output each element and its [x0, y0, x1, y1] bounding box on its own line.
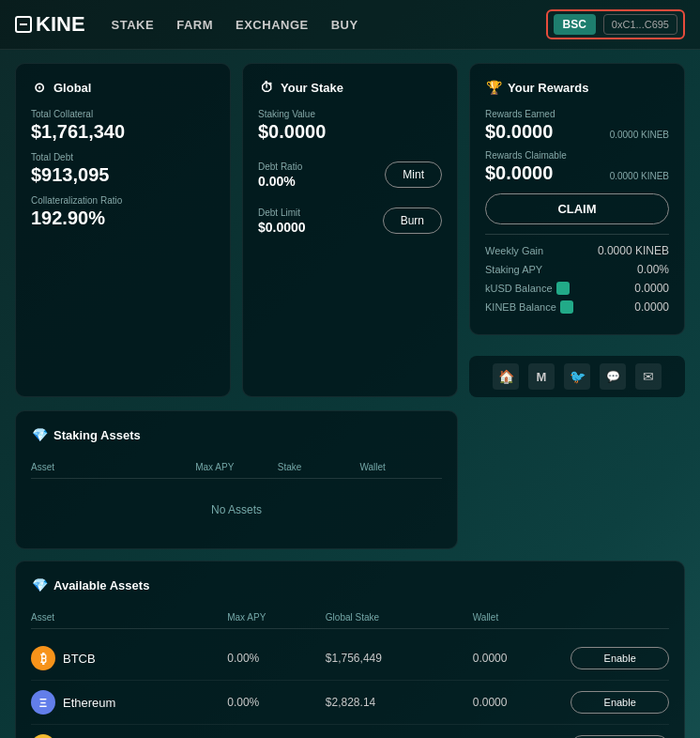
asset-apy: 0.00%	[227, 652, 326, 665]
staking-value-label: Staking Value	[258, 109, 326, 119]
debt-ratio-value: 0.00%	[258, 174, 302, 189]
rewards-title: 🏆 Your Rewards	[485, 79, 669, 96]
nav-farm[interactable]: FARM	[176, 18, 213, 32]
total-collateral-label: Total Collateral	[31, 109, 215, 119]
top-cards: ⊙ Global Total Collateral $1,761,340 Tot…	[0, 50, 700, 410]
rewards-claimable-kineb: 0.0000 KINEB	[610, 171, 669, 181]
asset-label: Ethereum	[63, 696, 115, 710]
available-assets-title: 💎 Available Assets	[31, 577, 669, 593]
kusd-balance-row: kUSD Balance 0.0000	[485, 282, 669, 295]
asset-rows-container: ₿ BTCB 0.00% $1,756,449 0.0000 Enable Ξ …	[31, 637, 669, 738]
debt-limit-value: $0.0000	[258, 220, 306, 235]
asset-name: B Binance Coin	[31, 734, 227, 738]
asset-wallet: 0.0000	[473, 696, 571, 709]
total-collateral-value: $1,761,340	[31, 121, 215, 143]
header: KINE STAKE FARM EXCHANGE BUY BSC 0xC1...…	[0, 0, 700, 50]
asset-apy: 0.00%	[227, 696, 326, 709]
rewards-claimable-label: Rewards Claimable	[485, 150, 669, 161]
available-assets-icon: 💎	[31, 577, 48, 593]
social-bar: 🏠 M 🐦 💬 ✉	[469, 356, 685, 397]
your-rewards-card: 🏆 Your Rewards Rewards Earned $0.0000 0.…	[469, 63, 685, 335]
no-assets-message: No Assets	[31, 486, 442, 533]
global-icon: ⊙	[31, 79, 48, 96]
staking-assets-icon: 💎	[31, 426, 48, 443]
claim-button[interactable]: CLAIM	[485, 193, 669, 224]
staking-value: $0.0000	[258, 121, 326, 143]
asset-row: B Binance Coin 0.00% $1,649.78 0.0066 En…	[31, 725, 669, 738]
asset-wallet: 0.0000	[473, 652, 571, 665]
nav-exchange[interactable]: EXCHANGE	[236, 18, 309, 32]
collateral-ratio-value: 192.90%	[31, 208, 215, 229]
discord-icon[interactable]: 💬	[600, 363, 626, 390]
network-wallet-area: BSC 0xC1...C695	[546, 9, 686, 39]
enable-button[interactable]: Enable	[571, 647, 669, 669]
available-assets-card: 💎 Available Assets Asset Max APY Global …	[15, 561, 685, 738]
kineb-icon	[560, 300, 573, 314]
enable-button[interactable]: Enable	[571, 691, 669, 714]
staking-apy-row: Staking APY 0.00%	[485, 263, 669, 276]
staking-assets-card: 💎 Staking Assets Asset Max APY Stake Wal…	[15, 410, 458, 549]
total-debt-value: $913,095	[31, 164, 215, 186]
medium-icon[interactable]: M	[528, 363, 555, 390]
right-column: 🏆 Your Rewards Rewards Earned $0.0000 0.…	[469, 63, 685, 397]
divider	[485, 234, 669, 235]
rewards-earned-kineb: 0.0000 KINEB	[610, 130, 669, 140]
collateral-ratio-label: Collateralization Ratio	[31, 195, 215, 206]
your-stake-card: ⏱ Your Stake Staking Value $0.0000 Debt …	[242, 63, 458, 397]
home-icon[interactable]: 🏠	[493, 363, 519, 390]
total-debt-label: Total Debt	[31, 152, 215, 162]
asset-global-stake: $1,756,449	[326, 652, 473, 665]
nav-stake[interactable]: STAKE	[112, 18, 155, 32]
debt-limit-label: Debt Limit	[258, 208, 306, 218]
staking-assets-header: Asset Max APY Stake Wallet	[31, 456, 442, 479]
asset-name: Ξ Ethereum	[31, 690, 227, 715]
bottom-top-row: 💎 Staking Assets Asset Max APY Stake Wal…	[0, 410, 700, 561]
kusd-icon	[556, 282, 570, 295]
kineb-balance-row: KINEB Balance 0.0000	[485, 300, 669, 314]
available-assets-section: 💎 Available Assets Asset Max APY Global …	[0, 561, 700, 738]
stake-icon: ⏱	[258, 79, 275, 96]
twitter-icon[interactable]: 🐦	[564, 363, 590, 390]
asset-icon: Ξ	[31, 690, 55, 715]
debt-ratio-label: Debt Ratio	[258, 161, 302, 172]
asset-row: Ξ Ethereum 0.00% $2,828.14 0.0000 Enable	[31, 681, 669, 725]
mint-button[interactable]: Mint	[385, 161, 442, 188]
rewards-claimable-value: $0.0000	[485, 162, 553, 184]
weekly-gain-row: Weekly Gain 0.0000 KINEB	[485, 244, 669, 257]
nav-buy[interactable]: BUY	[331, 18, 358, 32]
asset-label: BTCB	[63, 652, 96, 666]
asset-icon: ₿	[31, 646, 55, 670]
staking-assets-title: 💎 Staking Assets	[31, 426, 442, 443]
global-card: ⊙ Global Total Collateral $1,761,340 Tot…	[15, 63, 231, 397]
burn-button[interactable]: Burn	[383, 208, 442, 234]
logo: KINE	[15, 12, 85, 37]
main-nav: STAKE FARM EXCHANGE BUY	[112, 18, 546, 32]
asset-row: ₿ BTCB 0.00% $1,756,449 0.0000 Enable	[31, 637, 669, 681]
email-icon[interactable]: ✉	[635, 363, 662, 390]
global-card-title: ⊙ Global	[31, 79, 215, 96]
network-badge[interactable]: BSC	[554, 14, 596, 35]
wallet-address[interactable]: 0xC1...C695	[603, 14, 677, 35]
asset-global-stake: $2,828.14	[326, 696, 473, 709]
logo-icon	[15, 16, 32, 33]
your-stake-title: ⏱ Your Stake	[258, 79, 442, 96]
available-assets-header: Asset Max APY Global Stake Wallet	[31, 607, 669, 629]
rewards-earned-value: $0.0000	[485, 121, 553, 143]
asset-icon: B	[31, 734, 55, 738]
rewards-earned-label: Rewards Earned	[485, 109, 669, 119]
rewards-icon: 🏆	[485, 79, 502, 96]
asset-name: ₿ BTCB	[31, 646, 227, 670]
